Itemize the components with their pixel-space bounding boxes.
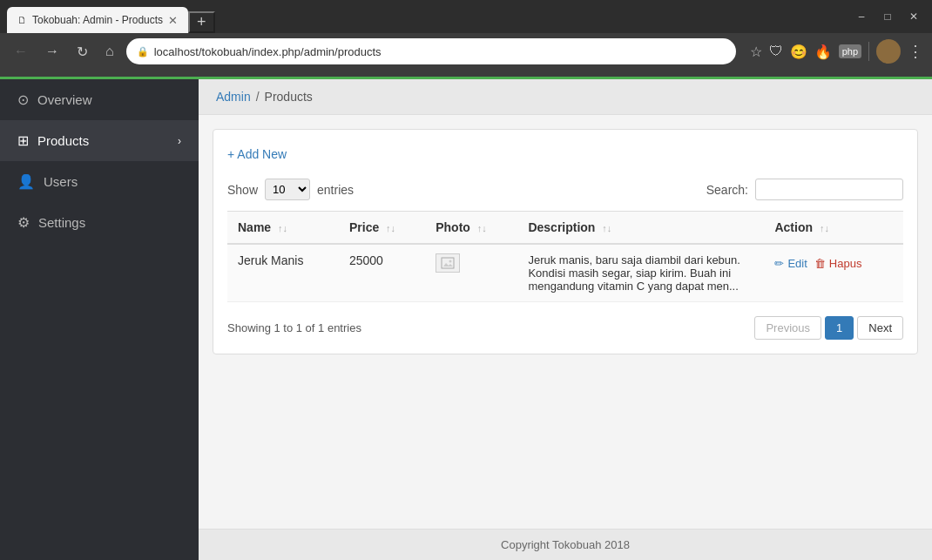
pagination-bar: Showing 1 to 1 of 1 entries Previous 1 N… — [227, 316, 903, 340]
table-header-row: Name ↑↓ Price ↑↓ Photo ↑↓ Description — [227, 212, 903, 245]
edit-button[interactable]: ✏ Edit — [774, 257, 807, 270]
toolbar-divider — [868, 42, 869, 61]
sidebar-item-settings[interactable]: ⚙ Settings — [0, 202, 199, 243]
sidebar-item-products[interactable]: ⊞ Products › — [0, 120, 199, 161]
tab-title: Tokobuah: Admin - Products — [32, 14, 163, 26]
star-icon[interactable]: ☆ — [750, 44, 762, 60]
col-photo: Photo ↑↓ — [425, 212, 517, 245]
shield-icon[interactable]: 🛡 — [769, 44, 783, 59]
address-bar[interactable]: 🔒 localhost/tokobuah/index.php/admin/pro… — [126, 38, 736, 64]
tab-page-icon: 🗋 — [17, 15, 27, 25]
copyright-text: Copyright Tokobuah 2018 — [501, 538, 630, 551]
cell-action: ✏ Edit 🗑 Hapus — [764, 244, 903, 302]
footer: Copyright Tokobuah 2018 — [199, 529, 932, 560]
tab-close-icon[interactable]: ✕ — [168, 14, 178, 27]
sort-icon-action[interactable]: ↑↓ — [820, 223, 829, 233]
user-avatar[interactable] — [876, 39, 901, 64]
col-price: Price ↑↓ — [339, 212, 425, 245]
minimize-button[interactable]: – — [850, 5, 873, 28]
back-button[interactable]: ← — [9, 40, 33, 63]
search-label: Search: — [706, 183, 748, 197]
browser-toolbar-icons: ☆ 🛡 😊 🔥 php ⋮ — [750, 39, 923, 64]
sidebar-item-label: Settings — [38, 215, 181, 230]
photo-placeholder — [436, 253, 460, 273]
show-label: Show — [227, 183, 258, 197]
menu-dots-icon[interactable]: ⋮ — [908, 42, 923, 61]
emoji-icon[interactable]: 😊 — [790, 44, 807, 60]
svg-point-1 — [449, 260, 452, 263]
sidebar-item-overview[interactable]: ⊙ Overview — [0, 79, 199, 120]
previous-button[interactable]: Previous — [754, 316, 821, 340]
pagination-controls: Previous 1 Next — [754, 316, 903, 340]
lock-icon: 🔒 — [137, 46, 149, 57]
tab-bar: 🗋 Tokobuah: Admin - Products ✕ + — [7, 0, 840, 33]
browser-toolbar: ← → ↻ ⌂ 🔒 localhost/tokobuah/index.php/a… — [0, 33, 932, 70]
new-tab-button[interactable]: + — [188, 11, 215, 33]
entries-label: entries — [317, 183, 354, 197]
reload-button[interactable]: ↻ — [71, 40, 93, 64]
showing-text: Showing 1 to 1 of 1 entries — [227, 321, 361, 334]
breadcrumb-admin-link[interactable]: Admin — [216, 90, 251, 104]
breadcrumb-current: Products — [265, 90, 313, 104]
sort-icon-description[interactable]: ↑↓ — [602, 223, 611, 233]
users-icon: 👤 — [17, 173, 35, 190]
sort-icon-name[interactable]: ↑↓ — [278, 223, 287, 233]
col-name: Name ↑↓ — [227, 212, 339, 245]
main-content: Admin / Products + Add New Show 10 25 50… — [199, 79, 932, 560]
svg-rect-0 — [442, 258, 454, 268]
search-input[interactable] — [755, 179, 903, 200]
browser-titlebar: 🗋 Tokobuah: Admin - Products ✕ + – □ ✕ — [0, 0, 932, 33]
table-body: Jeruk Manis 25000 Jeruk manis — [227, 244, 903, 302]
add-new-button[interactable]: + Add New — [227, 144, 287, 165]
col-action: Action ↑↓ — [764, 212, 903, 245]
pencil-icon: ✏ — [774, 257, 784, 270]
sidebar-item-label: Overview — [37, 92, 181, 107]
home-button[interactable]: ⌂ — [100, 40, 119, 63]
cell-description: Jeruk manis, baru saja diambil dari kebu… — [517, 244, 764, 302]
breadcrumb-separator: / — [256, 90, 260, 104]
main-card: + Add New Show 10 25 50 100 entries Sear… — [213, 129, 918, 354]
overview-icon: ⊙ — [17, 91, 29, 108]
window-controls: – □ ✕ — [850, 5, 925, 28]
products-icon: ⊞ — [17, 132, 29, 149]
page-1-button[interactable]: 1 — [825, 316, 854, 340]
cell-price: 25000 — [339, 244, 425, 302]
table-header: Name ↑↓ Price ↑↓ Photo ↑↓ Description — [227, 212, 903, 245]
sidebar-item-label: Users — [44, 174, 181, 189]
sort-icon-price[interactable]: ↑↓ — [386, 223, 395, 233]
search-group: Search: — [706, 179, 903, 200]
cell-photo — [425, 244, 517, 302]
fire-icon[interactable]: 🔥 — [814, 44, 832, 60]
sort-icon-photo[interactable]: ↑↓ — [477, 223, 487, 233]
sidebar: ⊙ Overview ⊞ Products › 👤 Users ⚙ Settin… — [0, 79, 199, 560]
url-text: localhost/tokobuah/index.php/admin/produ… — [154, 45, 382, 58]
cell-name: Jeruk Manis — [227, 244, 339, 302]
arrow-icon: › — [178, 135, 181, 147]
show-entries-control: Show 10 25 50 100 entries — [227, 179, 354, 200]
breadcrumb: Admin / Products — [199, 79, 932, 115]
next-button[interactable]: Next — [857, 316, 903, 340]
php-badge[interactable]: php — [839, 44, 861, 58]
app-layout: ⊙ Overview ⊞ Products › 👤 Users ⚙ Settin… — [0, 79, 932, 560]
sidebar-item-users[interactable]: 👤 Users — [0, 161, 199, 202]
maximize-button[interactable]: □ — [876, 5, 899, 28]
trash-icon: 🗑 — [814, 257, 826, 270]
forward-button[interactable]: → — [40, 40, 64, 63]
col-description: Description ↑↓ — [517, 212, 764, 245]
close-button[interactable]: ✕ — [902, 5, 925, 28]
sidebar-item-label: Products — [37, 133, 169, 148]
action-buttons: ✏ Edit 🗑 Hapus — [774, 253, 893, 270]
browser-chrome: 🗋 Tokobuah: Admin - Products ✕ + – □ ✕ ←… — [0, 0, 932, 77]
entries-select[interactable]: 10 25 50 100 — [265, 179, 310, 200]
delete-button[interactable]: 🗑 Hapus — [814, 257, 862, 270]
products-table: Name ↑↓ Price ↑↓ Photo ↑↓ Description — [227, 211, 903, 302]
settings-icon: ⚙ — [17, 214, 30, 231]
table-controls: Show 10 25 50 100 entries Search: — [227, 179, 903, 200]
active-tab[interactable]: 🗋 Tokobuah: Admin - Products ✕ — [7, 7, 188, 33]
table-row: Jeruk Manis 25000 Jeruk manis — [227, 244, 903, 302]
